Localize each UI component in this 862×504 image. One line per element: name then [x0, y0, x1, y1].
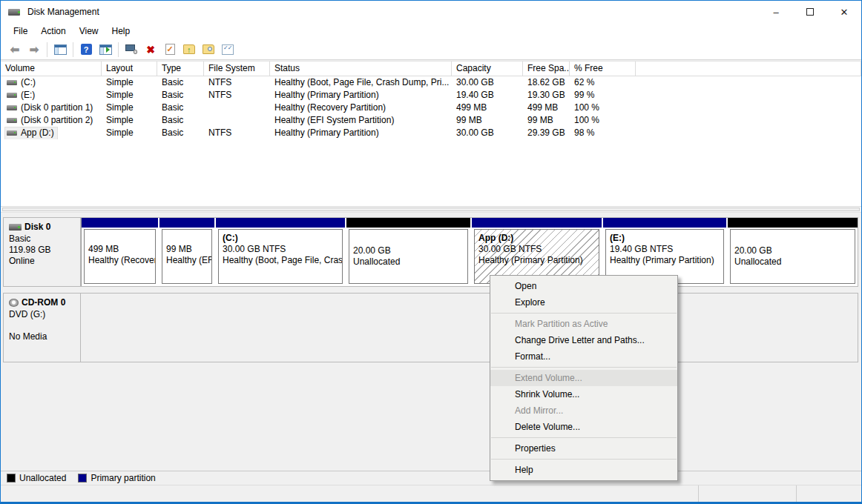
legend-item-primary-partition: Primary partition	[78, 473, 155, 483]
partition-unallocated[interactable]: 20.00 GBUnallocated	[728, 218, 858, 286]
primary-partition-color-bar	[159, 218, 214, 228]
delete-volume-button[interactable]: ✖	[142, 42, 159, 58]
splitter-thumb[interactable]	[2, 208, 860, 211]
menu-file[interactable]: File	[7, 24, 34, 39]
table-row[interactable]: App (D:)SimpleBasicNTFSHealthy (Primary …	[1, 127, 861, 139]
disk-info-panel[interactable]: Disk 0Basic119.98 GBOnline	[4, 218, 81, 286]
context-menu-item-format[interactable]: Format...	[490, 348, 677, 365]
partition-unallocated[interactable]: 20.00 GBUnallocated	[346, 218, 470, 286]
column-header-file-system[interactable]: File System	[204, 62, 270, 76]
table-row[interactable]: (Disk 0 partition 1)SimpleBasicHealthy (…	[1, 102, 861, 114]
free-space-cell: 29.39 GB	[523, 127, 570, 139]
folder-up-icon: ↑	[183, 44, 195, 54]
partition-label	[88, 233, 155, 244]
partition-body[interactable]: 499 MBHealthy (Recover	[84, 229, 156, 284]
partition-size: 99 MB	[166, 244, 211, 255]
status-cell: Healthy (Primary Partition)	[270, 89, 452, 102]
layout-cell: Simple	[102, 102, 157, 114]
column-header--free[interactable]: % Free	[570, 62, 636, 76]
action-pane-button[interactable]	[96, 42, 114, 58]
context-menu-item-shrink-volume[interactable]: Shrink Volume...	[490, 386, 677, 402]
check-document-button[interactable]: ✓	[161, 42, 179, 58]
volume-name-selected[interactable]: App (D:)	[5, 127, 57, 139]
pct-free-cell: 99 %	[570, 89, 636, 102]
partition-label: (C:)	[223, 233, 342, 244]
volume-list-pane: VolumeLayoutTypeFile SystemStatusCapacit…	[1, 60, 861, 206]
partition-body[interactable]: 99 MBHealthy (EFI	[162, 229, 212, 284]
folder-search-button[interactable]	[200, 42, 217, 58]
spacer-cell	[636, 89, 861, 102]
context-menu-item-properties[interactable]: Properties	[490, 440, 677, 457]
partition-size: 30.00 GB NTFS	[223, 244, 342, 255]
maximize-button[interactable]	[793, 1, 827, 23]
menu-separator	[491, 313, 677, 314]
type-cell: Basic	[157, 89, 204, 102]
table-row[interactable]: (E:)SimpleBasicNTFSHealthy (Primary Part…	[1, 89, 861, 102]
disk-drive-icon	[8, 7, 22, 17]
console-tree-button[interactable]	[51, 42, 69, 58]
menu-view[interactable]: View	[73, 24, 105, 39]
properties-list-button[interactable]	[219, 42, 237, 58]
disk-info-panel[interactable]: CD-ROM 0DVD (G:) No Media	[4, 294, 81, 362]
column-header-capacity[interactable]: Capacity	[452, 62, 523, 76]
context-menu-item-help[interactable]: Help	[490, 462, 677, 478]
volume-cell: App (D:)	[1, 127, 102, 139]
partition-volume[interactable]: 99 MBHealthy (EFI	[159, 218, 214, 286]
legend-swatch	[7, 474, 16, 483]
context-menu-item-explore[interactable]: Explore	[490, 294, 677, 311]
volume-name[interactable]: (C:)	[5, 77, 39, 89]
partition-c[interactable]: (C:)30.00 GB NTFSHealthy (Boot, Page Fil…	[216, 218, 345, 286]
table-row[interactable]: (Disk 0 partition 2)SimpleBasicHealthy (…	[1, 114, 861, 127]
folder-up-button[interactable]: ↑	[180, 42, 198, 58]
column-header-layout[interactable]: Layout	[102, 62, 157, 76]
disk-info-line: Basic	[9, 233, 77, 245]
partition-body[interactable]: 20.00 GBUnallocated	[730, 229, 855, 284]
context-menu-item-open[interactable]: Open	[490, 278, 677, 294]
back-arrow-button[interactable]: ⬅	[6, 42, 24, 58]
help-button[interactable]: ?	[77, 42, 95, 58]
volume-label: (C:)	[21, 76, 36, 89]
volume-cell: (E:)	[1, 89, 102, 102]
volume-name[interactable]: (Disk 0 partition 2)	[5, 115, 96, 127]
file-system-cell: NTFS	[204, 89, 270, 102]
folder-search-icon	[203, 44, 214, 54]
partition-strip: 499 MBHealthy (Recover 99 MBHealthy (EFI…	[81, 218, 858, 286]
table-row[interactable]: (C:)SimpleBasicNTFSHealthy (Boot, Page F…	[1, 76, 861, 89]
type-cell: Basic	[157, 114, 204, 127]
capacity-cell: 99 MB	[452, 114, 523, 127]
partition-volume[interactable]: 499 MBHealthy (Recover	[82, 218, 158, 286]
menu-action[interactable]: Action	[34, 24, 72, 39]
partition-body[interactable]: (C:)30.00 GB NTFSHealthy (Boot, Page Fil…	[218, 229, 343, 284]
volume-cell: (Disk 0 partition 1)	[1, 102, 102, 114]
close-button[interactable]: ✕	[827, 1, 861, 23]
partition-status: Healthy (Primary Partition)	[478, 255, 599, 266]
check-document-icon: ✓	[165, 44, 175, 55]
pct-free-cell: 100 %	[570, 102, 636, 114]
volume-name[interactable]: (E:)	[5, 90, 38, 102]
unallocated-color-bar	[346, 218, 470, 228]
context-menu-item-delete-volume[interactable]: Delete Volume...	[490, 419, 677, 435]
volume-table-body: (C:)SimpleBasicNTFSHealthy (Boot, Page F…	[1, 76, 861, 139]
column-header-status[interactable]: Status	[270, 62, 452, 76]
pane-splitter[interactable]	[1, 206, 861, 213]
volume-icon	[7, 130, 17, 136]
computer-button[interactable]	[122, 42, 140, 58]
minimize-button[interactable]: –	[759, 1, 793, 23]
free-space-cell: 19.30 GB	[523, 89, 570, 102]
toolbar-separator	[73, 42, 73, 57]
context-menu-item-change-drive-letter-and-paths[interactable]: Change Drive Letter and Paths...	[490, 332, 677, 348]
menu-help[interactable]: Help	[105, 24, 137, 39]
column-header-spacer[interactable]	[636, 62, 861, 76]
type-cell: Basic	[157, 127, 204, 139]
partition-status: Healthy (EFI	[166, 255, 211, 266]
partition-body[interactable]: 20.00 GBUnallocated	[349, 229, 468, 284]
free-space-cell: 18.62 GB	[523, 76, 570, 89]
title-bar: Disk Management – ✕	[1, 1, 861, 23]
volume-name[interactable]: (Disk 0 partition 1)	[5, 102, 96, 114]
forward-arrow-button[interactable]: ➡	[25, 42, 43, 58]
column-header-free-spa-[interactable]: Free Spa...	[523, 62, 570, 76]
column-header-volume[interactable]: Volume	[1, 62, 102, 76]
column-header-type[interactable]: Type	[157, 62, 204, 76]
disk-info-line: No Media	[9, 331, 77, 342]
partition-label: (E:)	[610, 233, 723, 244]
